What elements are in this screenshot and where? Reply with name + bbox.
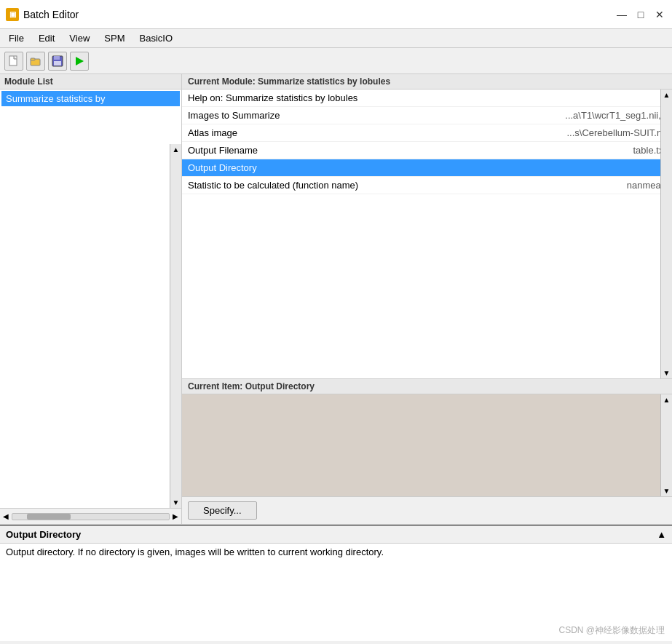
module-row-filename[interactable]: Output Filename table.txt	[182, 142, 672, 159]
module-vscroll-up-icon[interactable]: ▲	[662, 90, 672, 100]
menu-view[interactable]: View	[63, 31, 95, 46]
main-content: Module List Summarize statistics by ▲ ▼ …	[0, 74, 672, 641]
module-vscroll-down-icon[interactable]: ▼	[662, 367, 672, 378]
bottom-panel-header: Output Directory ▲	[0, 526, 672, 544]
specify-row: Specify...	[182, 496, 672, 524]
hscroll-track	[12, 513, 170, 520]
bottom-panel-title: Output Directory	[6, 529, 81, 540]
module-list-header: Module List	[0, 74, 181, 90]
item-vscroll-down-icon[interactable]: ▼	[662, 485, 672, 496]
module-row-atlas[interactable]: Atlas image ...s\Cerebellum-SUIT.nii	[182, 124, 672, 142]
module-row-key: Images to Summarize	[188, 110, 565, 121]
specify-button[interactable]: Specify...	[188, 501, 257, 520]
module-list-content: Summarize statistics by	[0, 90, 181, 508]
module-table: Help on: Summarize statistics by lobules…	[182, 90, 672, 378]
toolbar	[0, 48, 672, 74]
save-icon	[52, 55, 63, 67]
module-list-panel: Module List Summarize statistics by ▲ ▼ …	[0, 74, 182, 524]
bottom-panel: Output Directory ▲ Output directory. If …	[0, 525, 672, 641]
module-list-vscroll[interactable]: ▲ ▼	[170, 144, 181, 508]
top-panels: Module List Summarize statistics by ▲ ▼ …	[0, 74, 672, 525]
bottom-panel-description: Output directory. If no directory is giv…	[6, 546, 384, 557]
module-row-key: Help on: Summarize statistics by lobules	[188, 92, 666, 103]
title-bar: ▣ Batch Editor — □ ✕	[0, 0, 672, 29]
window-title: Batch Editor	[23, 9, 615, 20]
hscroll-right-icon[interactable]: ▶	[173, 512, 178, 520]
open-icon	[30, 55, 41, 67]
bottom-panel-up-icon[interactable]: ▲	[657, 529, 666, 540]
window-controls: — □ ✕	[615, 8, 666, 21]
watermark: CSDN @神经影像数据处理	[558, 624, 665, 637]
module-row-help[interactable]: Help on: Summarize statistics by lobules	[182, 90, 672, 107]
current-item-section: Current Item: Output Directory ▲ ▼ Speci…	[182, 378, 672, 524]
new-button[interactable]	[4, 52, 23, 71]
module-list-hscroll: ◀ ▶	[0, 508, 181, 524]
module-list-item[interactable]: Summarize statistics by	[1, 91, 180, 106]
module-row-directory[interactable]: Output Directory	[182, 159, 672, 177]
menu-bar: File Edit View SPM BasicIO	[0, 29, 672, 48]
svg-marker-6	[76, 57, 84, 65]
menu-file[interactable]: File	[3, 31, 30, 46]
open-button[interactable]	[26, 52, 45, 71]
save-button[interactable]	[48, 52, 67, 71]
item-vscroll-up-icon[interactable]: ▲	[662, 394, 672, 405]
svg-rect-2	[31, 58, 35, 60]
module-row-key: Statistic to be calculated (function nam…	[188, 180, 627, 191]
vscroll-down-icon[interactable]: ▼	[171, 497, 181, 508]
current-item-header: Current Item: Output Directory	[182, 379, 672, 394]
module-table-vscroll[interactable]: ▲ ▼	[660, 90, 672, 378]
current-item-vscroll[interactable]: ▲ ▼	[660, 394, 672, 496]
minimize-button[interactable]: —	[615, 8, 628, 21]
vscroll-up-icon[interactable]: ▲	[171, 144, 181, 155]
menu-edit[interactable]: Edit	[33, 31, 60, 46]
menu-basicio[interactable]: BasicIO	[133, 31, 178, 46]
hscroll-thumb[interactable]	[27, 514, 71, 520]
app-icon: ▣	[6, 8, 19, 21]
module-row-key: Output Directory	[188, 162, 666, 173]
run-icon	[74, 55, 85, 67]
right-panel: Current Module: Summarize statistics by …	[182, 74, 672, 524]
close-button[interactable]: ✕	[653, 8, 666, 21]
menu-spm[interactable]: SPM	[98, 31, 130, 46]
current-module-panel: Current Module: Summarize statistics by …	[182, 74, 672, 378]
module-row-value: ...a\T1\wcrT1_seg1.nii,1	[565, 110, 666, 121]
module-row-value: ...s\Cerebellum-SUIT.nii	[566, 127, 666, 138]
maximize-button[interactable]: □	[634, 8, 647, 21]
module-row-key: Output Filename	[188, 145, 633, 156]
current-item-content: ▲ ▼	[182, 394, 672, 496]
module-row-images[interactable]: Images to Summarize ...a\T1\wcrT1_seg1.n…	[182, 107, 672, 124]
new-icon	[8, 55, 20, 67]
svg-rect-5	[54, 61, 61, 65]
current-module-header: Current Module: Summarize statistics by …	[182, 74, 672, 90]
module-row-key: Atlas image	[188, 127, 566, 138]
svg-rect-0	[9, 56, 17, 65]
svg-rect-4	[54, 56, 60, 60]
run-button[interactable]	[70, 52, 89, 71]
module-row-statistic[interactable]: Statistic to be calculated (function nam…	[182, 177, 672, 194]
hscroll-left-icon[interactable]: ◀	[3, 512, 9, 520]
